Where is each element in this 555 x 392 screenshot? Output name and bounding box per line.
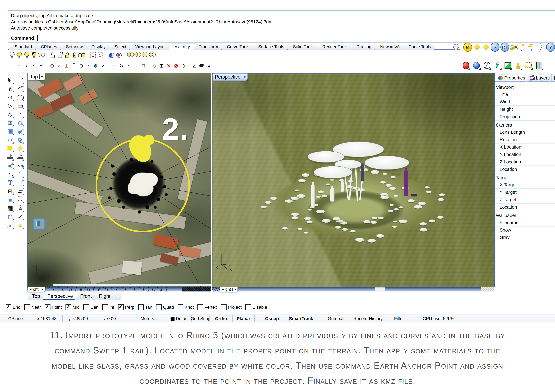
wireframe-sphere-icon[interactable]: [483, 61, 491, 70]
flamingo-tag-icon[interactable]: F: [482, 43, 490, 51]
show-in-viewport-icon[interactable]: [127, 51, 134, 59]
render-icon[interactable]: R: [491, 43, 499, 52]
quarter-icon[interactable]: ◔: [85, 62, 92, 70]
property-row[interactable]: X Target: [496, 181, 555, 189]
clipping-plane-icon[interactable]: [108, 51, 115, 59]
property-row[interactable]: Wallpaper: [495, 212, 555, 219]
show-selected-icon[interactable]: [23, 51, 30, 59]
osnap-toggle[interactable]: Near: [24, 304, 41, 310]
osnap-toggle[interactable]: Cen: [83, 304, 98, 310]
status-cell[interactable]: Meters: [126, 315, 169, 322]
property-row[interactable]: Rotation: [496, 136, 555, 143]
osnap-toggle[interactable]: Quad: [156, 304, 174, 310]
no-snap-icon[interactable]: ⊖: [180, 62, 187, 70]
render-toolbar-icon[interactable]: RT: [500, 43, 509, 52]
status-cell[interactable]: CPU use: 5.9 %: [421, 315, 456, 322]
boolean-union-icon[interactable]: [6, 144, 15, 152]
checkbox[interactable]: [83, 304, 89, 310]
property-row[interactable]: Viewport: [495, 84, 555, 91]
property-row[interactable]: Width: [496, 98, 555, 106]
viewport-tab[interactable]: Right: [94, 292, 115, 300]
surface-grid-icon[interactable]: [6, 119, 15, 127]
checkbox[interactable]: [156, 304, 162, 310]
edit-plane-icon[interactable]: [16, 187, 25, 195]
show-selected-viewport-icon[interactable]: [141, 51, 148, 59]
offset-icon[interactable]: [6, 213, 15, 221]
materials-icon[interactable]: M: [463, 43, 472, 52]
render-sphere-blue-icon[interactable]: [472, 61, 481, 70]
show-control-points-icon[interactable]: [96, 51, 104, 59]
fillet-curve-icon[interactable]: [6, 170, 15, 178]
block-tools-icon[interactable]: [6, 187, 15, 195]
property-row[interactable]: Target: [495, 174, 555, 181]
viewport-title-right[interactable]: Right▾: [220, 287, 238, 292]
property-row[interactable]: Title: [496, 91, 555, 98]
unlock-objects-icon[interactable]: [56, 51, 63, 59]
swap-viewport-visibility-icon[interactable]: [148, 51, 156, 59]
disable-snap-icon[interactable]: ⊘: [172, 62, 180, 70]
layer-snap-icon[interactable]: ≡: [205, 62, 213, 70]
checkbox[interactable]: [197, 304, 203, 310]
status-cell[interactable]: CPlane: [0, 315, 31, 322]
property-row[interactable]: Location: [496, 204, 555, 211]
hide-show-toggle-icon[interactable]: [37, 51, 45, 59]
objects-tag-icon[interactable]: O: [473, 43, 481, 51]
property-row[interactable]: Height: [496, 106, 555, 113]
hide-in-viewport-icon[interactable]: [134, 51, 141, 59]
lock-toggle-icon[interactable]: [78, 51, 85, 59]
osnap-toggle[interactable]: Knot: [178, 304, 194, 310]
remove-clipping-plane-icon[interactable]: [115, 51, 123, 59]
status-cell[interactable]: Ortho: [210, 315, 233, 322]
property-row[interactable]: Lens Length: [496, 129, 555, 136]
point-on-icon[interactable]: ∘: [23, 62, 30, 70]
gear-icon[interactable]: [453, 44, 459, 50]
sidebar-grip[interactable]: [6, 73, 26, 75]
rect-snap-icon[interactable]: □: [139, 62, 147, 70]
node-icon[interactable]: ▪: [30, 62, 37, 70]
tab-properties[interactable]: Properties: [495, 74, 528, 82]
status-cell[interactable]: SmartTrack: [290, 315, 313, 322]
tab-display[interactable]: [551, 74, 555, 82]
toolbar-tab[interactable]: Visibility: [169, 43, 195, 50]
viewport-front-sliver[interactable]: Front▾: [27, 287, 211, 292]
trim-icon[interactable]: [6, 153, 15, 161]
polygon-tool-icon[interactable]: [6, 110, 15, 118]
viewport-title-perspective[interactable]: Perspective▾: [213, 73, 248, 81]
unlock-selected-icon[interactable]: [63, 51, 71, 59]
boolean-spheres-icon[interactable]: [6, 162, 15, 170]
split-icon[interactable]: [16, 153, 25, 161]
toolbar-tab[interactable]: Surface Tools: [253, 44, 290, 50]
box-tool-icon[interactable]: [6, 127, 15, 135]
status-cell[interactable]: Gumball: [313, 315, 359, 322]
center-snap-icon[interactable]: ⊙: [48, 62, 56, 70]
endpoint-icon[interactable]: •: [37, 62, 45, 70]
viewport-tab[interactable]: Front: [75, 292, 96, 300]
toolbar-tab[interactable]: Solid Tools: [287, 44, 319, 50]
toolbar-tab[interactable]: Curve Tools: [403, 44, 437, 50]
property-row[interactable]: Projection: [496, 113, 555, 121]
toolbar-tab[interactable]: Set View: [60, 44, 88, 50]
status-cell[interactable]: Planar: [233, 315, 255, 322]
curved-surface-icon[interactable]: [16, 119, 25, 127]
osnap-toggle[interactable]: Disable: [245, 304, 267, 310]
surface-analysis-icon[interactable]: [528, 43, 536, 51]
toolbar-tab[interactable]: Render Tools: [317, 44, 353, 50]
vegetation-icon[interactable]: [537, 43, 545, 51]
help-icon[interactable]: ?: [546, 43, 555, 52]
status-cell[interactable]: x 1531.48: [31, 315, 63, 322]
checkbox[interactable]: [24, 304, 30, 310]
explode-icon[interactable]: [16, 144, 25, 152]
checkbox[interactable]: [6, 304, 11, 310]
hide-objects-icon[interactable]: [8, 51, 15, 59]
circle-point-icon[interactable]: ◌: [8, 62, 15, 70]
viewport-perspective[interactable]: z x y Perspective▾: [212, 73, 495, 287]
rotate-snap-icon[interactable]: ↻: [118, 62, 125, 70]
intersection-snap-icon[interactable]: ⊗: [92, 62, 99, 70]
toolbar-tab[interactable]: Standard: [9, 44, 38, 50]
render-region-icon[interactable]: [525, 61, 533, 70]
osnap-toggle[interactable]: Mid: [66, 304, 80, 310]
nearest-icon[interactable]: ∕: [56, 62, 63, 70]
spotlight-cone-icon[interactable]: [514, 61, 522, 70]
perpendicular-snap-icon[interactable]: ⊥: [63, 62, 70, 70]
osnap-toggle[interactable]: End: [6, 304, 21, 310]
